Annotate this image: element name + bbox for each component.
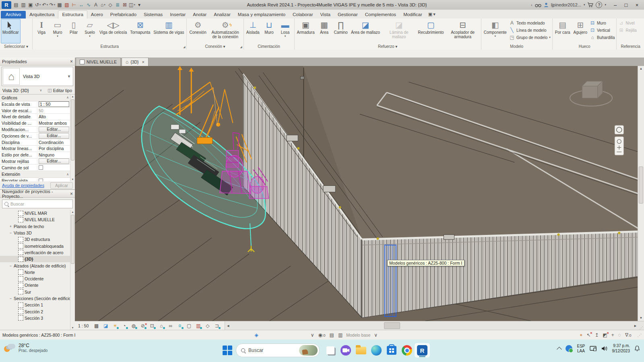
navigation-bar[interactable] — [615, 125, 623, 155]
modify-options-icon[interactable]: ▣▾ — [428, 12, 436, 19]
save-icon[interactable]: ▣ — [27, 1, 34, 8]
browser-item-3d[interactable]: {3D} — [0, 256, 70, 262]
worksharing-display-icon[interactable]: ◇ — [204, 323, 211, 329]
defender-icon[interactable] — [566, 345, 572, 352]
reveal-constraints-icon[interactable]: ▢ — [186, 323, 192, 329]
browser-item-3d-estructura[interactable]: 3D estructura — [0, 236, 70, 243]
properties-scrollbar[interactable]: ▲▼ — [70, 95, 75, 181]
taskbar-app-store[interactable] — [384, 343, 399, 358]
ribbon-tab-modificar[interactable]: Modificar — [400, 11, 426, 19]
search-help-icon[interactable] — [535, 3, 541, 7]
browser-scrollbar[interactable]: ▲▼ — [70, 210, 75, 330]
aligned-dimension-icon[interactable]: ↔ — [78, 1, 85, 8]
background-process-icon[interactable]: ◌ — [618, 332, 621, 338]
active-workset-label[interactable]: Modelo base — [346, 333, 370, 337]
browser-item-seccion-1[interactable]: Sección 1 — [0, 302, 70, 308]
type-dropdown-icon[interactable]: ▼ — [67, 74, 71, 78]
worksets-icon[interactable]: ▤ — [330, 332, 334, 338]
detail-level-icon[interactable]: ▩ — [93, 323, 99, 329]
shadows-icon[interactable]: ◔ — [121, 323, 127, 329]
default-3d-view-icon[interactable]: ⌂▾ — [99, 1, 107, 8]
ribbon-button-texto-modelado[interactable]: ATexto modelado — [509, 20, 551, 26]
close-browser-icon[interactable]: × — [70, 191, 73, 197]
taskbar-app-revit[interactable]: R — [415, 343, 430, 358]
app-store-cart-icon[interactable] — [587, 2, 593, 7]
taskbar-app-chrome[interactable] — [399, 343, 415, 358]
design-options-icon[interactable]: ▥ — [338, 332, 343, 338]
ribbon-button-tornapunta[interactable]: ⊠Tornapunta — [128, 19, 152, 43]
ribbon-tab-insertar[interactable]: Insertar — [166, 11, 189, 19]
ribbon-button-aislada[interactable]: ⊥Aislada — [245, 19, 261, 43]
print-icon[interactable]: ▦ — [56, 1, 63, 8]
ribbon-button-camino[interactable]: ∏Camino — [332, 19, 349, 43]
model-line-icon[interactable]: ∿ — [85, 1, 92, 8]
displace-elements-icon[interactable]: ⊐ — [214, 323, 220, 329]
ribbon-tab-prefabricado[interactable]: Prefabricado — [107, 11, 140, 19]
cast-icon[interactable] — [590, 346, 597, 351]
ribbon-button-sistema-de-vigas[interactable]: ▥Sistema de vigas — [152, 19, 186, 43]
scrollbar-thumb[interactable] — [384, 322, 400, 329]
ribbon-button-armadura[interactable]: ▣Armadura — [295, 19, 316, 43]
viewport-horizontal-scrollbar[interactable]: ◄ ► ⋰ — [225, 321, 644, 330]
lock-3d-view-icon[interactable]: ⌂ — [158, 323, 164, 329]
property-section-graficos[interactable]: Gráficos∧ — [0, 95, 70, 101]
clock[interactable]: 9:37 p.m.9/12/2023 — [612, 343, 630, 354]
measure-icon[interactable]: ⊢ — [70, 1, 78, 8]
browser-item-oriente[interactable]: Oriente — [0, 282, 70, 288]
ribbon-button-linea-de-modelo[interactable]: ╲Línea de modelo — [509, 27, 551, 33]
select-links-icon[interactable]: ⌖ — [580, 332, 583, 338]
user-account-icon[interactable] — [544, 2, 549, 7]
browser-item-seccion-2[interactable]: Sección 2 — [0, 308, 70, 315]
ribbon-tab-sistemas[interactable]: Sistemas — [140, 11, 166, 19]
tree-expand-icon[interactable]: − — [9, 296, 12, 300]
property-checkbox[interactable] — [39, 165, 43, 170]
ribbon-tab-vista[interactable]: Vista — [317, 11, 334, 19]
revit-app-menu-button[interactable]: R — [2, 1, 11, 9]
close-properties-icon[interactable]: × — [70, 59, 73, 64]
view-scale-button[interactable]: 1 : 50 — [78, 323, 89, 328]
property-value-input[interactable]: 1 : 50 — [39, 101, 69, 107]
ribbon-button-viga-de-celosia[interactable]: ◁▷Viga de celosía — [98, 19, 128, 43]
sync-icon[interactable]: ↺▾ — [34, 1, 41, 8]
dialog-launcher-icon[interactable]: ◢ — [183, 45, 185, 49]
weather-widget[interactable]: 28°C Prac. despejado — [4, 343, 47, 353]
tree-expand-icon[interactable]: + — [9, 224, 12, 228]
viewport-vertical-scrollbar[interactable]: ▲▼ — [638, 66, 644, 321]
ribbon-tab-arquitectura[interactable]: Arquitectura — [26, 11, 58, 19]
scroll-right-icon[interactable]: ► — [632, 321, 638, 330]
ribbon-button-muro[interactable]: ⊟Muro — [590, 20, 615, 26]
select-underlay-icon[interactable]: ↖× — [586, 332, 590, 338]
browser-search-input[interactable]: Buscar — [2, 200, 73, 208]
browser-item-seccion-3[interactable]: Sección 3 — [0, 315, 70, 321]
help-menu-arrow-icon[interactable]: ▾ — [605, 3, 606, 6]
reveal-hidden-icon[interactable]: ¤ — [177, 323, 183, 329]
ribbon-button-area[interactable]: ▦Área — [316, 19, 332, 43]
ribbon-button-losa[interactable]: ▬Losa▾ — [277, 19, 293, 43]
ribbon-button-suelo[interactable]: ▱Suelo▾ — [82, 19, 98, 43]
tree-expand-icon[interactable]: − — [9, 264, 12, 268]
apply-button[interactable]: Aplicar — [50, 182, 73, 189]
browser-item-secciones-seccion-de-edificio[interactable]: −Secciones (Sección de edificio) — [0, 295, 70, 302]
ribbon-button-buhardilla[interactable]: ⌂Buhardilla — [590, 34, 615, 41]
ribbon-button-componente[interactable]: ◧Componente▾ — [482, 19, 508, 43]
3d-viewport[interactable]: Modelos genéricos : AZ25-800 : Form I ▲▼ — [75, 66, 644, 321]
render-icon[interactable]: ◍ — [130, 323, 136, 329]
ribbon-tab-analizar[interactable]: Analizar — [210, 11, 234, 19]
ribbon-button-grupo-de-modelo[interactable]: ◳Grupo de modelo▾ — [509, 34, 551, 41]
element-selector[interactable]: Vista 3D: {3D}∨ — [2, 88, 45, 93]
customize-qat-icon[interactable]: ▾ — [136, 1, 143, 8]
speaker-icon[interactable] — [601, 346, 608, 351]
ribbon-tab-estructura[interactable]: Estructura — [58, 10, 87, 19]
browser-item-alzados-alzado-de-edificio[interactable]: −Alzados (Alzado de edificio) — [0, 262, 70, 269]
ribbon-button-agujero[interactable]: ⊞Agujero — [572, 19, 589, 43]
ribbon-button-vertical[interactable]: ⊡Vertical — [590, 27, 615, 33]
visual-style-icon[interactable]: ◪ — [103, 323, 109, 329]
browser-item-nivel-muelle[interactable]: NIVEL MUELLE — [0, 216, 70, 223]
taskbar-app-explorer[interactable] — [353, 343, 369, 358]
close-view-icon[interactable]: × — [142, 60, 144, 64]
maximize-button[interactable]: □ — [621, 1, 632, 9]
performance-icon[interactable]: ◈ — [255, 332, 258, 338]
browser-item-isometricabloqueada[interactable]: isometricabloqueada — [0, 243, 70, 249]
sun-path-icon[interactable]: ☀ — [112, 323, 118, 329]
browser-item-vistas-3d[interactable]: −Vistas 3D — [0, 230, 70, 236]
